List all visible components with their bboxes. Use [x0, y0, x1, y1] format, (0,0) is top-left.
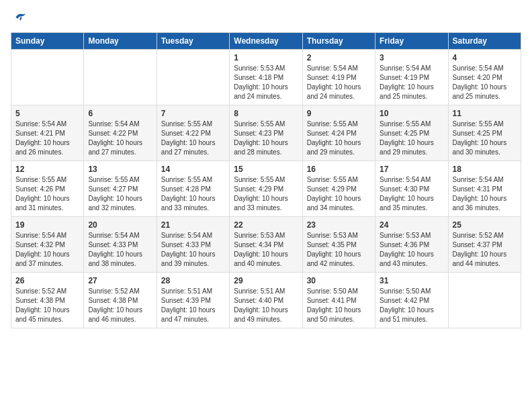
logo — [11, 11, 28, 24]
calendar-week-row: 5Sunrise: 5:54 AM Sunset: 4:21 PM Daylig… — [11, 105, 521, 161]
day-number: 21 — [161, 220, 225, 230]
day-number: 24 — [380, 220, 443, 230]
day-info: Sunrise: 5:52 AM Sunset: 4:38 PM Dayligh… — [88, 287, 152, 324]
weekday-header: Friday — [375, 33, 448, 50]
calendar-cell: 18Sunrise: 5:54 AM Sunset: 4:31 PM Dayli… — [448, 161, 521, 217]
day-info: Sunrise: 5:50 AM Sunset: 4:42 PM Dayligh… — [380, 287, 443, 324]
day-number: 25 — [453, 220, 517, 230]
calendar-cell: 6Sunrise: 5:54 AM Sunset: 4:22 PM Daylig… — [84, 105, 157, 161]
day-info: Sunrise: 5:55 AM Sunset: 4:25 PM Dayligh… — [453, 120, 517, 157]
day-info: Sunrise: 5:53 AM Sunset: 4:36 PM Dayligh… — [380, 231, 443, 269]
day-info: Sunrise: 5:54 AM Sunset: 4:30 PM Dayligh… — [380, 175, 443, 213]
day-number: 6 — [88, 109, 152, 118]
calendar-week-row: 19Sunrise: 5:54 AM Sunset: 4:32 PM Dayli… — [11, 217, 521, 273]
calendar-cell: 9Sunrise: 5:55 AM Sunset: 4:24 PM Daylig… — [302, 105, 375, 161]
day-info: Sunrise: 5:54 AM Sunset: 4:19 PM Dayligh… — [307, 64, 371, 101]
day-info: Sunrise: 5:55 AM Sunset: 4:29 PM Dayligh… — [307, 175, 371, 213]
weekday-header: Thursday — [302, 33, 375, 50]
calendar-cell — [84, 50, 157, 105]
calendar-cell: 25Sunrise: 5:52 AM Sunset: 4:37 PM Dayli… — [448, 217, 521, 273]
day-info: Sunrise: 5:55 AM Sunset: 4:29 PM Dayligh… — [234, 175, 298, 213]
day-number: 18 — [453, 165, 517, 174]
calendar-cell: 30Sunrise: 5:50 AM Sunset: 4:41 PM Dayli… — [302, 273, 375, 328]
day-number: 1 — [234, 53, 298, 62]
calendar-cell: 23Sunrise: 5:53 AM Sunset: 4:35 PM Dayli… — [302, 217, 375, 273]
weekday-header: Saturday — [448, 33, 521, 50]
calendar-cell: 31Sunrise: 5:50 AM Sunset: 4:42 PM Dayli… — [375, 273, 448, 328]
calendar-cell: 21Sunrise: 5:54 AM Sunset: 4:33 PM Dayli… — [157, 217, 229, 273]
calendar-cell: 26Sunrise: 5:52 AM Sunset: 4:38 PM Dayli… — [11, 273, 84, 328]
calendar-cell: 28Sunrise: 5:51 AM Sunset: 4:39 PM Dayli… — [157, 273, 229, 328]
calendar-cell: 17Sunrise: 5:54 AM Sunset: 4:30 PM Dayli… — [375, 161, 448, 217]
day-info: Sunrise: 5:54 AM Sunset: 4:33 PM Dayligh… — [161, 231, 225, 269]
calendar-cell — [157, 50, 229, 105]
calendar-cell: 10Sunrise: 5:55 AM Sunset: 4:25 PM Dayli… — [375, 105, 448, 161]
day-info: Sunrise: 5:51 AM Sunset: 4:39 PM Dayligh… — [161, 287, 225, 324]
day-number: 2 — [307, 53, 371, 62]
day-info: Sunrise: 5:54 AM Sunset: 4:32 PM Dayligh… — [15, 231, 79, 269]
calendar-cell: 3Sunrise: 5:54 AM Sunset: 4:19 PM Daylig… — [375, 50, 448, 105]
calendar-cell: 2Sunrise: 5:54 AM Sunset: 4:19 PM Daylig… — [302, 50, 375, 105]
calendar-cell: 14Sunrise: 5:55 AM Sunset: 4:28 PM Dayli… — [157, 161, 229, 217]
day-number: 5 — [15, 109, 79, 118]
day-info: Sunrise: 5:50 AM Sunset: 4:41 PM Dayligh… — [307, 287, 371, 324]
day-number: 13 — [88, 165, 152, 174]
calendar-header-row: SundayMondayTuesdayWednesdayThursdayFrid… — [11, 33, 521, 50]
calendar-cell: 22Sunrise: 5:53 AM Sunset: 4:34 PM Dayli… — [230, 217, 302, 273]
day-number: 9 — [307, 109, 371, 118]
day-info: Sunrise: 5:52 AM Sunset: 4:37 PM Dayligh… — [453, 231, 517, 269]
calendar-cell — [11, 50, 84, 105]
day-number: 31 — [380, 276, 443, 285]
day-number: 28 — [161, 276, 225, 285]
calendar-week-row: 12Sunrise: 5:55 AM Sunset: 4:26 PM Dayli… — [11, 161, 521, 217]
logo-bird-icon — [13, 11, 27, 24]
calendar-cell: 1Sunrise: 5:53 AM Sunset: 4:18 PM Daylig… — [230, 50, 302, 105]
day-number: 15 — [234, 165, 298, 174]
calendar-cell: 4Sunrise: 5:54 AM Sunset: 4:20 PM Daylig… — [448, 50, 521, 105]
calendar-cell: 15Sunrise: 5:55 AM Sunset: 4:29 PM Dayli… — [230, 161, 302, 217]
day-number: 26 — [15, 276, 79, 285]
day-info: Sunrise: 5:55 AM Sunset: 4:25 PM Dayligh… — [380, 120, 443, 157]
day-number: 29 — [234, 276, 298, 285]
day-number: 20 — [88, 220, 152, 230]
calendar-cell: 11Sunrise: 5:55 AM Sunset: 4:25 PM Dayli… — [448, 105, 521, 161]
day-info: Sunrise: 5:55 AM Sunset: 4:26 PM Dayligh… — [15, 175, 79, 213]
calendar-cell: 8Sunrise: 5:55 AM Sunset: 4:23 PM Daylig… — [230, 105, 302, 161]
calendar-cell: 7Sunrise: 5:55 AM Sunset: 4:22 PM Daylig… — [157, 105, 229, 161]
day-number: 4 — [453, 53, 517, 62]
day-info: Sunrise: 5:53 AM Sunset: 4:34 PM Dayligh… — [234, 231, 298, 269]
day-number: 14 — [161, 165, 225, 174]
day-number: 10 — [380, 109, 443, 118]
weekday-header: Monday — [84, 33, 157, 50]
day-info: Sunrise: 5:54 AM Sunset: 4:21 PM Dayligh… — [15, 120, 79, 157]
calendar-cell: 12Sunrise: 5:55 AM Sunset: 4:26 PM Dayli… — [11, 161, 84, 217]
day-info: Sunrise: 5:52 AM Sunset: 4:38 PM Dayligh… — [15, 287, 79, 324]
calendar-cell: 16Sunrise: 5:55 AM Sunset: 4:29 PM Dayli… — [302, 161, 375, 217]
day-number: 16 — [307, 165, 371, 174]
weekday-header: Tuesday — [157, 33, 229, 50]
day-number: 7 — [161, 109, 225, 118]
day-info: Sunrise: 5:54 AM Sunset: 4:20 PM Dayligh… — [453, 64, 517, 101]
calendar-week-row: 26Sunrise: 5:52 AM Sunset: 4:38 PM Dayli… — [11, 273, 521, 328]
day-number: 12 — [15, 165, 79, 174]
calendar-cell: 20Sunrise: 5:54 AM Sunset: 4:33 PM Dayli… — [84, 217, 157, 273]
day-info: Sunrise: 5:55 AM Sunset: 4:22 PM Dayligh… — [161, 120, 225, 157]
day-number: 8 — [234, 109, 298, 118]
calendar-cell — [448, 273, 521, 328]
day-info: Sunrise: 5:54 AM Sunset: 4:22 PM Dayligh… — [88, 120, 152, 157]
day-number: 22 — [234, 220, 298, 230]
day-info: Sunrise: 5:54 AM Sunset: 4:33 PM Dayligh… — [88, 231, 152, 269]
day-info: Sunrise: 5:54 AM Sunset: 4:19 PM Dayligh… — [380, 64, 443, 101]
day-number: 30 — [307, 276, 371, 285]
day-info: Sunrise: 5:53 AM Sunset: 4:35 PM Dayligh… — [307, 231, 371, 269]
calendar-table: SundayMondayTuesdayWednesdayThursdayFrid… — [11, 32, 521, 328]
day-number: 11 — [453, 109, 517, 118]
day-number: 19 — [15, 220, 79, 230]
calendar-cell: 13Sunrise: 5:55 AM Sunset: 4:27 PM Dayli… — [84, 161, 157, 217]
weekday-header: Wednesday — [230, 33, 302, 50]
day-number: 27 — [88, 276, 152, 285]
day-info: Sunrise: 5:51 AM Sunset: 4:40 PM Dayligh… — [234, 287, 298, 324]
calendar-cell: 5Sunrise: 5:54 AM Sunset: 4:21 PM Daylig… — [11, 105, 84, 161]
day-number: 17 — [380, 165, 443, 174]
day-number: 23 — [307, 220, 371, 230]
